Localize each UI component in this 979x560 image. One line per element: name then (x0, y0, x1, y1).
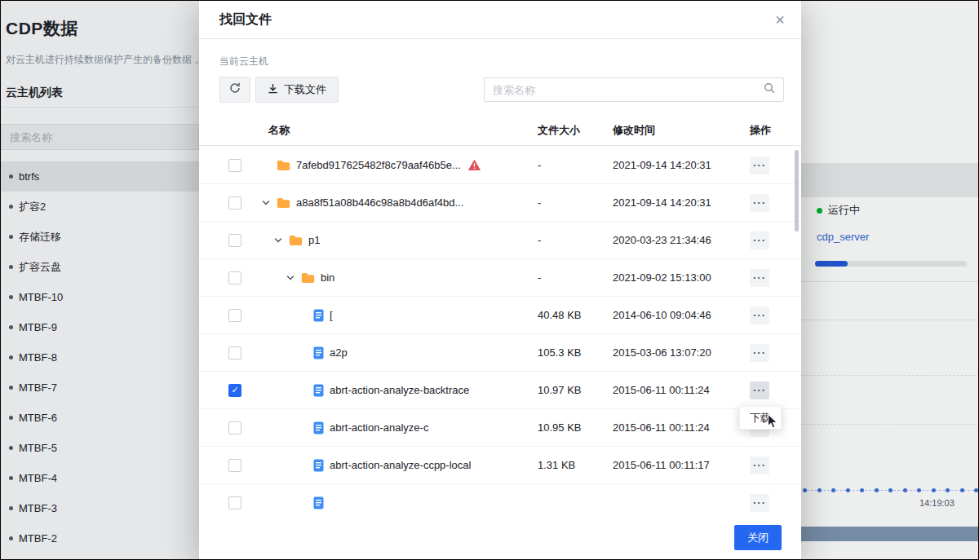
file-name: a8a8f51a08b446c98a8b4d6af4bd... (296, 196, 463, 209)
row-more-button[interactable]: ··· (750, 381, 769, 399)
file-modified: 2015-06-11 00:11:17 (613, 459, 750, 471)
row-more-button[interactable]: ··· (750, 231, 769, 249)
row-checkbox[interactable]: ✓ (228, 309, 241, 322)
row-more-button[interactable]: ··· (750, 194, 769, 212)
search-icon (764, 82, 775, 97)
file-modified: 2021-09-14 14:20:31 (613, 159, 750, 171)
name-cell: a8a8f51a08b446c98a8b4d6af4bd... (256, 196, 538, 209)
row-checkbox[interactable]: ✓ (228, 159, 241, 172)
file-modified: 2015-06-11 00:11:24 (613, 384, 750, 396)
modal-footer: 关闭 (199, 514, 801, 560)
action-cell: ··· (750, 306, 781, 324)
row-indent (256, 390, 293, 390)
file-icon (313, 309, 324, 322)
name-cell (256, 496, 538, 509)
file-name: abrt-action-analyze-c (330, 421, 428, 434)
file-name: 7afebd917625482f8c79aaf46b5e... (296, 159, 461, 171)
folder-icon (301, 272, 315, 284)
file-modified: 2021-09-02 15:13:00 (613, 271, 750, 284)
file-size: 40.48 KB (538, 309, 613, 321)
row-checkbox[interactable]: ✓ (228, 346, 241, 359)
file-icon (313, 384, 324, 397)
row-more-button[interactable]: ··· (750, 494, 769, 512)
modal-title: 找回文件 (219, 11, 272, 29)
action-cell: ··· (750, 381, 781, 399)
toolbar: 下载文件 (219, 77, 784, 103)
close-button[interactable]: 关闭 (734, 525, 782, 550)
row-checkbox[interactable]: ✓ (228, 196, 241, 209)
checkbox-cell: ✓ (228, 459, 256, 472)
more-icon: ··· (753, 347, 766, 358)
row-checkbox[interactable]: ✓ (228, 421, 241, 434)
name-cell: p1 (256, 234, 538, 246)
folder-icon (289, 235, 303, 246)
screen: CDP数据 对云主机进行持续数据保护产生的备份数据，存放 云主机列表 btrfs… (0, 0, 979, 560)
more-icon: ··· (753, 385, 766, 395)
file-name: p1 (308, 234, 320, 246)
file-size: - (538, 234, 613, 246)
check-icon: ✓ (231, 386, 238, 395)
current-host-label: 当前云主机 (219, 55, 268, 68)
table-header: 名称 文件大小 修改时间 操作 (199, 115, 801, 146)
action-cell: ··· (750, 456, 781, 474)
table-scrollbar[interactable] (795, 150, 799, 231)
chevron-down-icon[interactable] (262, 199, 271, 207)
checkbox-cell: ✓ (228, 234, 256, 247)
chevron-down-icon[interactable] (274, 236, 283, 245)
file-size: 1.31 KB (538, 459, 613, 471)
file-table-body: ✓ 7afebd917625482f8c79aaf46b5e... - 2021… (199, 147, 801, 514)
action-cell: ··· (750, 231, 781, 249)
download-menu-item[interactable]: 下载 (739, 406, 782, 430)
more-icon: ··· (753, 160, 766, 170)
row-checkbox[interactable]: ✓ (228, 384, 241, 397)
file-row: ✓ bin - 2021-09-02 15:13:00 ··· (199, 259, 801, 297)
action-cell: ··· (750, 269, 781, 287)
checkbox-cell: ✓ (228, 421, 256, 434)
file-icon (313, 496, 324, 509)
file-icon (313, 421, 324, 434)
file-row: ✓ ··· (199, 484, 801, 514)
checkbox-cell: ✓ (228, 196, 256, 209)
row-more-button[interactable]: ··· (750, 456, 769, 474)
file-row: ✓ abrt-action-analyze-ccpp-local 1.31 KB… (199, 447, 801, 484)
checkbox-cell: ✓ (228, 271, 256, 284)
row-indent (256, 352, 293, 353)
row-checkbox[interactable]: ✓ (228, 271, 241, 284)
more-icon: ··· (753, 235, 766, 245)
name-cell: abrt-action-analyze-ccpp-local (256, 459, 538, 472)
file-size: - (538, 196, 613, 209)
file-row: ✓ p1 - 2020-03-23 21:34:46 ··· (199, 222, 801, 259)
close-icon[interactable]: × (775, 11, 785, 28)
more-icon: ··· (753, 497, 766, 508)
file-name: [ (330, 309, 333, 321)
file-name: a2p (330, 346, 348, 359)
row-indent (256, 315, 293, 315)
checkbox-cell: ✓ (228, 309, 256, 322)
row-checkbox[interactable]: ✓ (228, 459, 241, 472)
more-icon: ··· (753, 460, 766, 470)
row-indent (256, 427, 293, 428)
row-more-button[interactable]: ··· (750, 344, 769, 362)
name-cell: abrt-action-analyze-c (256, 421, 538, 434)
row-more-button[interactable]: ··· (750, 269, 769, 287)
file-modified: 2015-06-11 00:11:24 (613, 421, 750, 434)
file-row: ✓ abrt-action-analyze-c 10.95 KB 2015-06… (199, 409, 801, 447)
file-size: - (538, 159, 613, 171)
row-more-button[interactable]: ··· (750, 306, 769, 324)
checkbox-cell: ✓ (228, 159, 256, 172)
file-icon (313, 346, 324, 359)
action-cell: ··· (750, 344, 781, 362)
download-files-button[interactable]: 下载文件 (255, 77, 339, 103)
file-modified: 2020-03-23 21:34:46 (613, 234, 750, 246)
file-size: 105.3 KB (538, 346, 613, 359)
file-name: abrt-action-analyze-backtrace (330, 384, 469, 396)
chevron-down-icon[interactable] (286, 274, 295, 282)
file-search-input[interactable] (493, 84, 764, 96)
more-icon: ··· (753, 310, 766, 320)
folder-icon (277, 197, 290, 209)
file-name: bin (321, 271, 334, 284)
row-more-button[interactable]: ··· (750, 157, 769, 174)
row-checkbox[interactable]: ✓ (228, 496, 241, 509)
row-checkbox[interactable]: ✓ (228, 234, 241, 247)
refresh-button[interactable] (219, 77, 250, 103)
